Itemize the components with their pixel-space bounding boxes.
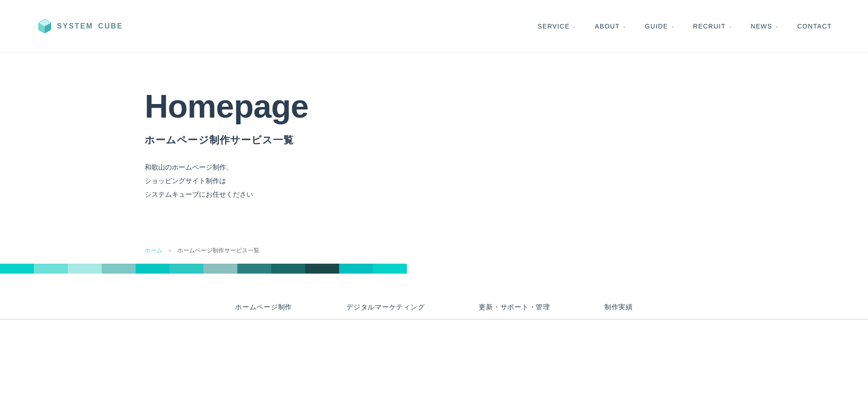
color-bar-segment: [0, 264, 34, 274]
site-header: SYSTEM CUBE SERVICE ⌄ ABOUT ⌄ GUIDE ⌄ RE…: [0, 0, 868, 52]
breadcrumb-area: ホーム ＞ ホームページ制作サービス一覧: [0, 228, 868, 264]
breadcrumb-separator: ＞: [167, 246, 173, 255]
main-content: Homepage ホームページ制作サービス一覧 和歌山のホームページ制作、 ショ…: [0, 52, 868, 320]
logo-text: SYSTEM CUBE: [57, 22, 123, 30]
nav-item-news[interactable]: NEWS ⌄: [751, 23, 779, 30]
chevron-down-icon: ⌄: [623, 24, 627, 28]
tab-digital[interactable]: デジタルマーケティング: [319, 296, 452, 320]
tab-homepage[interactable]: ホームページ制作: [208, 296, 319, 320]
color-bar: [0, 264, 420, 274]
logo[interactable]: SYSTEM CUBE: [36, 18, 123, 35]
color-bar-segment: [136, 264, 170, 274]
color-bar-segment: [68, 264, 102, 274]
color-bar-segment: [271, 264, 305, 274]
breadcrumb-home[interactable]: ホーム: [145, 246, 162, 255]
nav-item-service[interactable]: SERVICE ⌄: [538, 23, 576, 30]
tabs-section: ホームページ制作デジタルマーケティング更新・サポート・管理制作実績: [0, 274, 868, 320]
cube-icon: [36, 18, 53, 35]
nav-item-recruit[interactable]: RECRUIT ⌄: [693, 23, 732, 30]
hero-section: Homepage ホームページ制作サービス一覧 和歌山のホームページ制作、 ショ…: [0, 89, 868, 228]
color-bar-segment: [34, 264, 68, 274]
hero-description: 和歌山のホームページ制作、 ショッピングサイト制作は システムキューブにお任せく…: [145, 161, 868, 201]
chevron-down-icon: ⌄: [671, 24, 675, 28]
hero-title: Homepage: [145, 89, 868, 124]
nav-item-contact[interactable]: CONTACT: [797, 23, 832, 30]
breadcrumb: ホーム ＞ ホームページ制作サービス一覧: [145, 246, 868, 255]
nav-item-guide[interactable]: GUIDE ⌄: [645, 23, 675, 30]
color-bar-segment: [339, 264, 373, 274]
color-bar-segment: [305, 264, 339, 274]
color-bar-segment: [102, 264, 136, 274]
tab-works[interactable]: 制作実績: [577, 296, 660, 320]
chevron-down-icon: ⌄: [572, 24, 576, 28]
nav-item-about[interactable]: ABOUT ⌄: [595, 23, 627, 30]
chevron-down-icon: ⌄: [728, 24, 732, 28]
color-bar-segment: [170, 264, 203, 274]
tab-support[interactable]: 更新・サポート・管理: [452, 296, 577, 320]
color-bar-segment: [237, 264, 271, 274]
hero-subtitle: ホームページ制作サービス一覧: [145, 133, 868, 147]
chevron-down-icon: ⌄: [775, 24, 779, 28]
breadcrumb-current: ホームページ制作サービス一覧: [177, 246, 259, 255]
color-bar-segment: [373, 264, 407, 274]
color-bar-segment: [203, 264, 237, 274]
main-nav: SERVICE ⌄ ABOUT ⌄ GUIDE ⌄ RECRUIT ⌄ NEWS…: [538, 23, 832, 30]
